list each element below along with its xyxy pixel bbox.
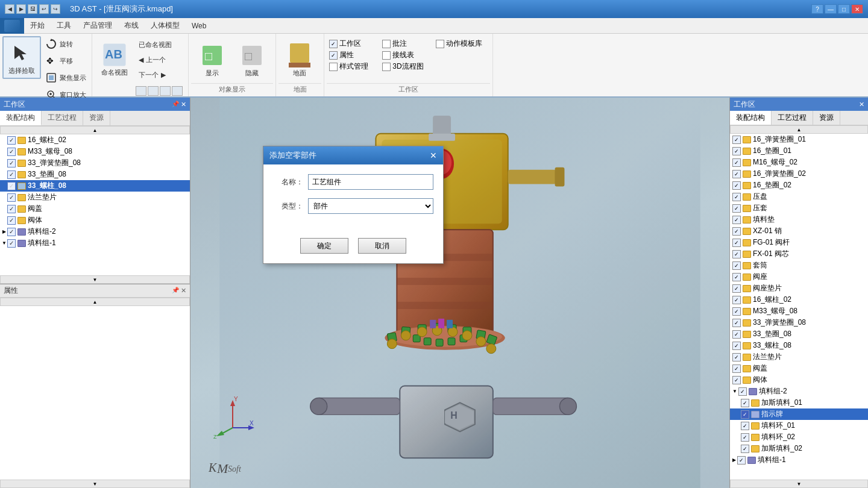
tree-item-阀盖[interactable]: ✓ 阀盖 xyxy=(0,203,190,214)
menu-start[interactable]: 开始 xyxy=(24,18,51,33)
ground-button[interactable]: 地面 xyxy=(281,39,318,81)
view-preset-3[interactable] xyxy=(160,86,171,96)
ok-button[interactable]: 确定 xyxy=(300,238,348,254)
tab-process[interactable]: 工艺过程 xyxy=(42,111,83,125)
right-item-4[interactable]: ✓ 16_弹簧垫圈_02 xyxy=(730,168,868,180)
cb-wirelist-box[interactable] xyxy=(382,51,391,60)
right-tab-resource[interactable]: 资源 xyxy=(813,111,840,125)
right-item-1[interactable]: ✓ 16_弹簧垫圈_01 xyxy=(730,134,868,145)
view-preset-2[interactable] xyxy=(148,86,159,96)
props-close-btn[interactable]: ✕ xyxy=(181,287,186,295)
right-scroll-up[interactable]: ▲ xyxy=(730,125,868,134)
right-item-13[interactable]: ✓ 阀座 xyxy=(730,271,868,283)
rotate-button[interactable]: 旋转 xyxy=(42,36,89,52)
right-item-6[interactable]: ✓ 压盘 xyxy=(730,191,868,202)
right-item-16[interactable]: ✓ M33_螺母_08 xyxy=(730,305,868,317)
right-item-26[interactable]: ✓ 填料环_01 xyxy=(730,420,868,431)
tree-item-垫圈08[interactable]: ✓ 33_垫圈_08 xyxy=(0,169,190,180)
props-scroll-up[interactable]: ▲ xyxy=(0,298,190,306)
tree-cb-7[interactable]: ✓ xyxy=(7,205,16,213)
type-select[interactable]: 部件 零件 组件 xyxy=(308,198,433,214)
close-workarea-btn[interactable]: ✕ xyxy=(181,101,186,108)
cb-workarea-box[interactable]: ✓ xyxy=(329,40,338,48)
tab-assembly[interactable]: 装配结构 xyxy=(0,111,42,125)
tree-item-螺柱02[interactable]: ✓ 16_螺柱_02 xyxy=(0,134,190,146)
cb-action-template-box[interactable] xyxy=(436,40,444,48)
right-item-11[interactable]: ✓ FX-01 阀芯 xyxy=(730,248,868,260)
right-item-10[interactable]: ✓ FG-01 阀杆 xyxy=(730,237,868,248)
right-close-btn[interactable]: ✕ xyxy=(859,101,864,108)
right-item-28[interactable]: ✓ 加斯填料_02 xyxy=(730,443,868,454)
tree-cb-8[interactable]: ✓ xyxy=(7,216,16,225)
right-tab-process[interactable]: 工艺过程 xyxy=(772,111,813,125)
tree-item-阀体[interactable]: ✓ 阀体 xyxy=(0,214,190,226)
tree-item-法兰垫片[interactable]: ✓ 法兰垫片 xyxy=(0,192,190,203)
cb-annotation-box[interactable] xyxy=(382,40,391,48)
right-item-3[interactable]: ✓ M16_螺母_02 xyxy=(730,157,868,168)
cb-style-box[interactable] xyxy=(329,63,338,71)
right-item-8[interactable]: ✓ 填料垫 xyxy=(730,214,868,225)
cb-3dflow[interactable]: 3D流程图 xyxy=(382,61,434,72)
tree-item-弹簧垫圈08[interactable]: ✓ 33_弹簧垫圈_08 xyxy=(0,157,190,169)
close-button[interactable]: ✕ xyxy=(851,4,863,14)
menu-tools[interactable]: 工具 xyxy=(51,18,77,33)
right-item-22[interactable]: ✓ 阀体 xyxy=(730,374,868,386)
right-item-5[interactable]: ✓ 16_垫圈_02 xyxy=(730,180,868,191)
right-item-2[interactable]: ✓ 16_垫圈_01 xyxy=(730,145,868,157)
cb-props[interactable]: ✓ 属性 xyxy=(329,50,381,60)
tree-item-螺母08[interactable]: ✓ M33_螺母_08 xyxy=(0,146,190,157)
minimize-button[interactable]: — xyxy=(825,4,837,14)
tree-cb-1[interactable]: ✓ xyxy=(7,136,16,145)
tree-item-填料组1[interactable]: ▼ ✓ 填料组-1 xyxy=(0,237,190,249)
cb-3dflow-box[interactable] xyxy=(382,63,391,71)
tree-scroll-down[interactable]: ▼ xyxy=(0,275,190,284)
hide-button[interactable]: □ 隐藏 xyxy=(233,39,271,81)
tree-scroll-up[interactable]: ▲ xyxy=(0,126,190,134)
view-preset-1[interactable] xyxy=(136,86,146,96)
menu-web[interactable]: Web xyxy=(186,19,212,33)
right-item-25[interactable]: ✓ 指示牌 xyxy=(730,408,868,420)
tree-item-螺柱08[interactable]: ✓ 33_螺柱_08 xyxy=(0,180,190,192)
tree-cb-2[interactable]: ✓ xyxy=(7,148,16,156)
right-item-19[interactable]: ✓ 33_螺柱_08 xyxy=(730,340,868,351)
tab-resource[interactable]: 资源 xyxy=(83,111,110,125)
cancel-button[interactable]: 取消 xyxy=(358,238,406,254)
focus-button[interactable]: 聚焦显示 xyxy=(42,70,89,86)
menu-layout[interactable]: 布线 xyxy=(118,18,145,33)
cb-workarea[interactable]: ✓ 工作区 xyxy=(329,39,381,49)
props-scroll-down[interactable]: ▼ xyxy=(0,480,190,488)
right-item-27[interactable]: ✓ 填料环_02 xyxy=(730,431,868,443)
cb-wirelist[interactable]: 接线表 xyxy=(382,50,434,60)
cb-props-box[interactable]: ✓ xyxy=(329,51,338,60)
dock-btn[interactable]: 📌 xyxy=(172,101,179,108)
help-button[interactable]: ? xyxy=(811,4,823,14)
right-item-21[interactable]: ✓ 阀盖 xyxy=(730,363,868,374)
cb-style[interactable]: 样式管理 xyxy=(329,61,381,72)
maximize-button[interactable]: □ xyxy=(838,4,850,14)
right-item-9[interactable]: ✓ XZ-01 销 xyxy=(730,225,868,237)
tree-cb-4[interactable]: ✓ xyxy=(7,170,16,179)
pan-button[interactable]: ✥ 平移 xyxy=(42,53,89,69)
named-views-button[interactable]: 已命名视图 xyxy=(136,39,183,51)
tree-cb-9[interactable]: ✓ xyxy=(7,228,16,236)
dialog-close-button[interactable]: ✕ xyxy=(430,151,437,160)
ab-view-button[interactable]: AB 命名视图 xyxy=(96,39,133,80)
tree-cb-10[interactable]: ✓ xyxy=(7,239,16,248)
tree-cb-5[interactable]: ✓ xyxy=(7,182,16,190)
menu-product[interactable]: 产品管理 xyxy=(77,18,118,33)
tree-cb-6[interactable]: ✓ xyxy=(7,193,16,202)
select-button[interactable]: 选择拾取 xyxy=(2,36,41,79)
right-item-17[interactable]: ✓ 33_弹簧垫圈_08 xyxy=(730,317,868,328)
right-item-18[interactable]: ✓ 33_垫圈_08 xyxy=(730,328,868,340)
next-view-button[interactable]: 下一个 ▶ xyxy=(136,69,183,81)
tree-cb-3[interactable]: ✓ xyxy=(7,159,16,167)
right-item-15[interactable]: ✓ 16_螺柱_02 xyxy=(730,294,868,305)
cb-action-template[interactable]: 动作模板库 xyxy=(436,39,488,49)
right-item-7[interactable]: ✓ 压套 xyxy=(730,202,868,214)
view-preset-4[interactable] xyxy=(172,86,183,96)
right-item-12[interactable]: ✓ 套筒 xyxy=(730,260,868,271)
right-item-14[interactable]: ✓ 阀座垫片 xyxy=(730,283,868,294)
show-button[interactable]: □ 显示 xyxy=(193,39,231,81)
cb-annotation[interactable]: 批注 xyxy=(382,39,434,49)
right-item-20[interactable]: ✓ 法兰垫片 xyxy=(730,351,868,363)
